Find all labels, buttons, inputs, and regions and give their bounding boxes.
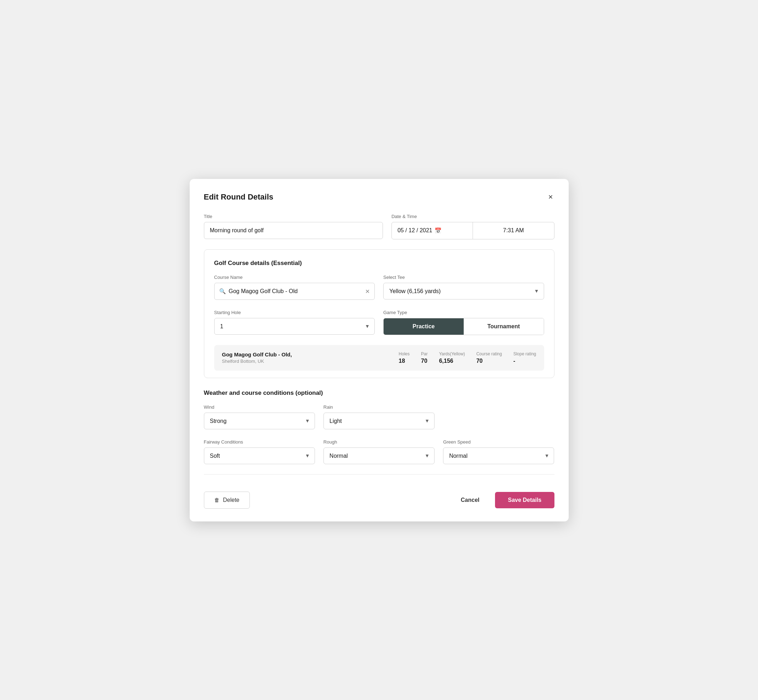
delete-label: Delete: [223, 497, 240, 503]
delete-button[interactable]: 🗑 Delete: [204, 492, 250, 509]
rain-dropdown[interactable]: NoneLightModerateHeavy: [324, 412, 434, 429]
rough-group: Rough SoftNormalHard ▼: [324, 439, 434, 464]
hole-gametype-row: Starting Hole 1234 5678 910 ▼ Game Type …: [214, 310, 544, 335]
starting-hole-wrapper: 1234 5678 910 ▼: [214, 318, 375, 335]
weather-section: Weather and course conditions (optional)…: [204, 389, 554, 464]
rough-label: Rough: [324, 439, 434, 445]
course-name-input[interactable]: [214, 283, 375, 300]
green-speed-dropdown[interactable]: SlowNormalFast: [443, 447, 554, 464]
title-input[interactable]: [204, 222, 383, 239]
course-stats: Holes 18 Par 70 Yards(Yellow) 6,156 Cour…: [399, 352, 536, 364]
game-type-label: Game Type: [383, 310, 544, 315]
wind-wrapper: NoneLightModerateStrong ▼: [204, 412, 315, 429]
wind-label: Wind: [204, 405, 315, 410]
stat-holes: Holes 18: [399, 352, 410, 364]
fairway-wrapper: SoftNormalHard ▼: [204, 447, 315, 464]
title-label: Title: [204, 214, 383, 219]
course-tee-row: Course Name 🔍 ✕ Select Tee Yellow (6,156…: [214, 275, 544, 300]
course-rating-label: Course rating: [476, 352, 502, 356]
par-value: 70: [421, 358, 428, 364]
cancel-button[interactable]: Cancel: [454, 492, 487, 508]
modal-title: Edit Round Details: [204, 192, 274, 202]
wind-dropdown[interactable]: NoneLightModerateStrong: [204, 412, 315, 429]
holes-label: Holes: [399, 352, 410, 356]
stat-yards: Yards(Yellow) 6,156: [439, 352, 465, 364]
stat-slope-rating: Slope rating -: [513, 352, 536, 364]
rain-wrapper: NoneLightModerateHeavy ▼: [324, 412, 434, 429]
slope-rating-label: Slope rating: [513, 352, 536, 356]
search-icon: 🔍: [219, 288, 226, 295]
fairway-label: Fairway Conditions: [204, 439, 315, 445]
course-info-bar: Gog Magog Golf Club - Old, Shelford Bott…: [214, 345, 544, 370]
green-speed-wrapper: SlowNormalFast ▼: [443, 447, 554, 464]
footer-right: Cancel Save Details: [454, 492, 554, 508]
course-name-group: Course Name 🔍 ✕: [214, 275, 375, 300]
golf-section-title: Golf Course details (Essential): [214, 259, 544, 267]
rough-dropdown[interactable]: SoftNormalHard: [324, 447, 434, 464]
starting-hole-dropdown[interactable]: 1234 5678 910: [214, 318, 375, 335]
rough-wrapper: SoftNormalHard ▼: [324, 447, 434, 464]
conditions-row: Fairway Conditions SoftNormalHard ▼ Roug…: [204, 439, 554, 464]
date-time-group: 05 / 12 / 2021 📅 7:31 AM: [392, 222, 554, 239]
trash-icon: 🗑: [214, 497, 219, 503]
select-tee-group: Select Tee Yellow (6,156 yards) White (6…: [383, 275, 544, 300]
save-button[interactable]: Save Details: [495, 492, 554, 508]
datetime-label: Date & Time: [392, 214, 554, 219]
clear-course-button[interactable]: ✕: [365, 288, 370, 295]
fairway-group: Fairway Conditions SoftNormalHard ▼: [204, 439, 315, 464]
date-value: 05 / 12 / 2021: [398, 227, 432, 234]
course-info-location: Shelford Bottom, UK: [222, 359, 399, 364]
course-name-label: Course Name: [214, 275, 375, 280]
course-info-name: Gog Magog Golf Club - Old,: [222, 352, 399, 358]
wind-group: Wind NoneLightModerateStrong ▼: [204, 405, 315, 429]
fairway-dropdown[interactable]: SoftNormalHard: [204, 447, 315, 464]
select-tee-dropdown[interactable]: Yellow (6,156 yards) White (6,500 yards)…: [383, 283, 544, 300]
game-type-toggle: Practice Tournament: [383, 318, 544, 335]
edit-round-modal: Edit Round Details × Title Date & Time 0…: [190, 179, 568, 522]
select-tee-label: Select Tee: [383, 275, 544, 280]
footer-row: 🗑 Delete Cancel Save Details: [204, 486, 554, 509]
wind-rain-row: Wind NoneLightModerateStrong ▼ Rain None…: [204, 405, 554, 429]
par-label: Par: [421, 352, 428, 356]
holes-value: 18: [399, 358, 405, 364]
yards-label: Yards(Yellow): [439, 352, 465, 356]
course-rating-value: 70: [476, 358, 482, 364]
weather-section-title: Weather and course conditions (optional): [204, 389, 554, 397]
green-speed-label: Green Speed: [443, 439, 554, 445]
time-part[interactable]: 7:31 AM: [473, 222, 554, 239]
game-type-group: Game Type Practice Tournament: [383, 310, 544, 335]
select-tee-wrapper: Yellow (6,156 yards) White (6,500 yards)…: [383, 283, 544, 300]
green-speed-group: Green Speed SlowNormalFast ▼: [443, 439, 554, 464]
course-info-name-block: Gog Magog Golf Club - Old, Shelford Bott…: [222, 352, 399, 364]
calendar-icon: 📅: [434, 227, 442, 234]
date-part[interactable]: 05 / 12 / 2021 📅: [392, 222, 473, 239]
practice-button[interactable]: Practice: [384, 318, 464, 335]
stat-course-rating: Course rating 70: [476, 352, 502, 364]
slope-rating-value: -: [513, 358, 515, 364]
golf-course-section: Golf Course details (Essential) Course N…: [204, 249, 554, 378]
yards-value: 6,156: [439, 358, 453, 364]
time-value: 7:31 AM: [503, 227, 524, 234]
course-search-wrapper: 🔍 ✕: [214, 283, 375, 300]
footer-divider: [204, 474, 554, 475]
rain-label: Rain: [324, 405, 434, 410]
starting-hole-group: Starting Hole 1234 5678 910 ▼: [214, 310, 375, 335]
stat-par: Par 70: [421, 352, 428, 364]
datetime-group: Date & Time 05 / 12 / 2021 📅 7:31 AM: [392, 214, 554, 239]
starting-hole-label: Starting Hole: [214, 310, 375, 315]
close-button[interactable]: ×: [547, 192, 554, 202]
rain-group: Rain NoneLightModerateHeavy ▼: [324, 405, 434, 429]
title-datetime-row: Title Date & Time 05 / 12 / 2021 📅 7:31 …: [204, 214, 554, 239]
tournament-button[interactable]: Tournament: [464, 318, 544, 335]
modal-header: Edit Round Details ×: [204, 192, 554, 202]
title-group: Title: [204, 214, 383, 239]
